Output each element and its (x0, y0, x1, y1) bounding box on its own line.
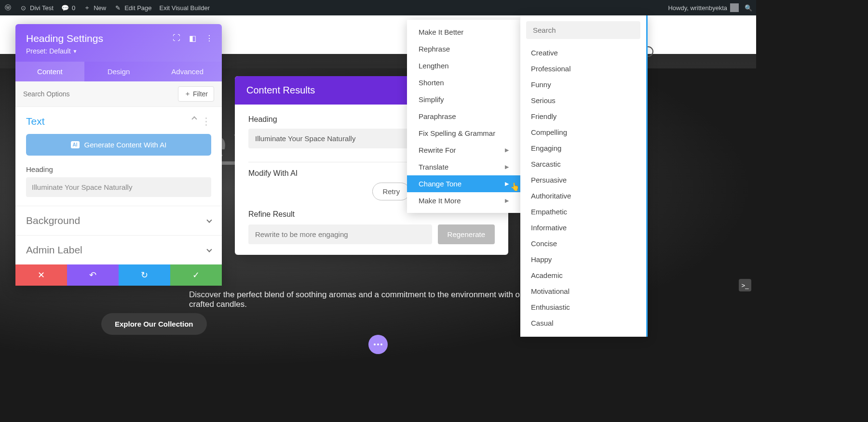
heading-settings-panel: Heading Settings Preset: Default ▼ ⛶ ◧ ⋮… (15, 24, 222, 286)
tone-item-friendly[interactable]: Friendly (526, 108, 640, 124)
tone-item-authoritative[interactable]: Authoritative (526, 188, 640, 204)
divi-fab-button[interactable] (368, 335, 388, 354)
avatar (730, 3, 739, 12)
redo-icon: ↻ (141, 270, 148, 280)
tone-item-enthusiastic[interactable]: Enthusiastic (526, 299, 640, 315)
wp-admin-bar: ⓦ ⊙Divi Test 💬0 ＋New ✎Edit Page Exit Vis… (0, 0, 756, 15)
pencil-icon: ✎ (114, 4, 122, 12)
comments-link[interactable]: 💬0 (61, 4, 75, 12)
chevron-right-icon: ▶ (505, 164, 509, 170)
chevron-down-icon (206, 247, 212, 252)
improve-item-lengthen[interactable]: Lengthen (407, 57, 520, 74)
chevron-up-icon (191, 116, 197, 121)
improve-item-make-it-better[interactable]: Make It Better (407, 24, 520, 40)
heading-field-input[interactable] (26, 177, 211, 197)
tone-item-casual[interactable]: Casual (526, 315, 640, 331)
kebab-icon[interactable]: ⋮ (201, 116, 211, 127)
tone-item-informative[interactable]: Informative (526, 220, 640, 236)
debug-console-button[interactable]: >_ (739, 279, 751, 291)
regenerate-button[interactable]: Regenerate (438, 224, 495, 244)
new-link[interactable]: ＋New (83, 4, 106, 12)
background-section-header[interactable]: Background (26, 215, 211, 226)
edit-page-link[interactable]: ✎Edit Page (114, 4, 151, 12)
tone-item-empathetic[interactable]: Empathetic (526, 204, 640, 220)
improve-item-fix-spelling-grammar[interactable]: Fix Spelling & Grammar (407, 125, 520, 142)
check-icon: ✓ (192, 270, 200, 280)
improve-item-simplify[interactable]: Simplify (407, 91, 520, 108)
columns-icon[interactable]: ◧ (189, 34, 197, 41)
chevron-right-icon: ▶ (505, 147, 509, 153)
improve-item-rewrite-for[interactable]: Rewrite For▶ (407, 142, 520, 158)
dashboard-icon: ⊙ (19, 4, 27, 12)
retry-button[interactable]: Retry (372, 183, 410, 200)
tab-design[interactable]: Design (84, 62, 153, 81)
comment-icon: 💬 (61, 4, 69, 12)
undo-icon: ↶ (89, 270, 96, 280)
site-name[interactable]: ⊙Divi Test (19, 4, 54, 12)
tone-item-academic[interactable]: Academic (526, 267, 640, 283)
cancel-button[interactable]: ✕ (15, 264, 67, 286)
wordpress-icon: ⓦ (4, 4, 12, 12)
change-tone-submenu: CreativeProfessionalFunnySeriousFriendly… (520, 15, 648, 337)
settings-tabs: Content Design Advanced (15, 62, 222, 81)
admin-label-section-header[interactable]: Admin Label (26, 244, 211, 256)
tone-item-engaging[interactable]: Engaging (526, 140, 640, 156)
refine-input[interactable] (248, 224, 432, 244)
improve-item-change-tone[interactable]: Change Tone▶ (407, 175, 520, 192)
tone-search-input[interactable] (526, 21, 640, 39)
search-icon: 🔍 (745, 4, 752, 12)
settings-footer: ✕ ↶ ↻ ✓ (15, 264, 222, 286)
chevron-right-icon: ▶ (505, 181, 509, 187)
chevron-right-icon: ▶ (505, 198, 509, 204)
improve-item-paraphrase[interactable]: Paraphrase (407, 108, 520, 125)
undo-button[interactable]: ↶ (67, 264, 119, 286)
tone-item-concise[interactable]: Concise (526, 236, 640, 251)
tone-item-persuasive[interactable]: Persuasive (526, 172, 640, 188)
tab-advanced[interactable]: Advanced (153, 62, 222, 81)
search-options-input[interactable] (23, 90, 178, 98)
plus-icon: ＋ (83, 4, 91, 12)
howdy-user[interactable]: Howdy, writtenbyekta (668, 3, 739, 12)
ai-badge-icon: AI (71, 141, 80, 148)
improve-item-shorten[interactable]: Shorten (407, 74, 520, 91)
redo-button[interactable]: ↻ (119, 264, 170, 286)
hero-description: Discover the perfect blend of soothing a… (189, 290, 567, 309)
expand-icon[interactable]: ⛶ (173, 34, 180, 41)
exit-visual-builder[interactable]: Exit Visual Builder (160, 4, 210, 12)
improve-item-translate[interactable]: Translate▶ (407, 158, 520, 175)
heading-field-label: Heading (26, 165, 211, 173)
text-section-header[interactable]: Text ⋮ (26, 116, 211, 127)
wp-logo[interactable]: ⓦ (4, 4, 12, 12)
tab-content[interactable]: Content (15, 62, 84, 81)
tone-item-serious[interactable]: Serious (526, 92, 640, 108)
tone-item-sarcastic[interactable]: Sarcastic (526, 156, 640, 172)
tone-item-funny[interactable]: Funny (526, 77, 640, 92)
plus-icon: ＋ (184, 90, 191, 98)
tone-item-professional[interactable]: Professional (526, 61, 640, 77)
admin-search[interactable]: 🔍 (745, 4, 752, 12)
close-icon: ✕ (38, 270, 45, 280)
tone-item-motivational[interactable]: Motivational (526, 283, 640, 299)
filter-button[interactable]: ＋Filter (178, 86, 214, 102)
preset-selector[interactable]: Preset: Default ▼ (26, 47, 211, 55)
tone-item-happy[interactable]: Happy (526, 251, 640, 267)
kebab-menu-icon[interactable]: ⋮ (205, 34, 213, 41)
tone-item-creative[interactable]: Creative (526, 45, 640, 61)
improve-item-make-it-more[interactable]: Make It More▶ (407, 192, 520, 209)
improve-ai-menu: Make It BetterRephraseLengthenShortenSim… (407, 20, 520, 213)
tone-item-compelling[interactable]: Compelling (526, 124, 640, 140)
chevron-down-icon (206, 217, 212, 223)
settings-header: Heading Settings Preset: Default ▼ ⛶ ◧ ⋮ (15, 24, 222, 62)
save-button[interactable]: ✓ (170, 264, 222, 286)
chevron-down-icon: ▼ (73, 49, 78, 54)
improve-item-rephrase[interactable]: Rephrase (407, 40, 520, 57)
generate-content-ai-button[interactable]: AIGenerate Content With AI (26, 134, 211, 156)
explore-collection-button[interactable]: Explore Our Collection (101, 313, 207, 335)
